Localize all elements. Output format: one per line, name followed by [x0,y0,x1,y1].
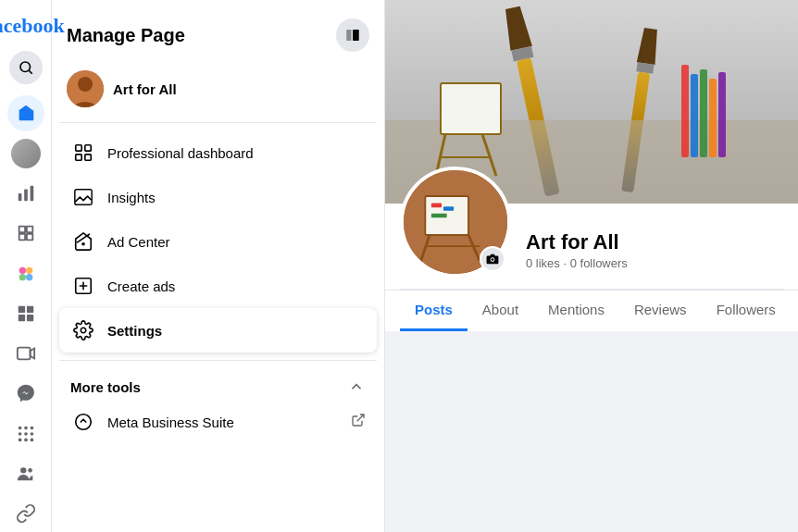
sidebar-toggle-icon [344,27,361,43]
sidebar-divider [59,122,377,123]
svg-point-7 [19,274,25,280]
camera-badge-button[interactable] [480,246,505,272]
create-ads-icon [70,273,96,299]
chart-icon [16,183,36,204]
profile-stats: 0 likes · 0 followers [526,256,783,270]
svg-point-16 [30,426,33,429]
svg-point-18 [24,432,28,436]
svg-rect-13 [17,348,30,360]
nav-home[interactable] [7,95,44,131]
tab-posts[interactable]: Posts [400,291,468,331]
profile-name: Art for All [526,230,783,254]
tab-followers[interactable]: Followers [702,291,791,331]
menu-item-meta-business-suite[interactable]: Meta Business Suite [59,400,377,444]
nav-chart[interactable] [7,175,44,211]
svg-point-28 [78,77,93,92]
svg-rect-30 [85,145,91,151]
search-icon [18,59,34,76]
svg-point-20 [18,438,21,441]
apps-icon [16,424,36,444]
svg-rect-26 [353,30,359,41]
nav-link[interactable] [7,496,44,532]
menu-item-insights[interactable]: Insights [59,175,377,219]
svg-point-14 [18,426,21,429]
sidebar-header: Manage Page [59,11,377,63]
nav-messenger[interactable] [7,376,44,412]
svg-rect-63 [431,214,447,218]
svg-rect-12 [26,315,32,321]
svg-point-36 [81,328,86,333]
home-icon [16,103,36,123]
tab-about[interactable]: About [468,291,533,331]
page-item[interactable]: Art for All [59,63,377,115]
svg-rect-62 [443,206,454,211]
svg-rect-61 [431,203,442,207]
menu-item-professional-dashboard[interactable]: Professional dashboard [59,130,377,175]
main-content: Art for All 0 likes · 0 followers Posts … [385,0,798,532]
svg-rect-51 [718,72,726,157]
svg-point-22 [30,438,33,441]
ad-center-icon [70,229,96,254]
pages-icon [16,223,36,243]
svg-rect-52 [441,83,501,134]
svg-line-38 [357,414,364,421]
svg-rect-50 [709,79,717,157]
sidebar-toggle-button[interactable] [336,19,369,52]
svg-point-8 [26,274,32,280]
sidebar-title: Manage Page [67,25,185,46]
groups-icon [16,464,36,484]
nav-profile[interactable] [7,135,44,171]
settings-label: Settings [107,323,162,339]
logo-text: facebook [0,14,65,38]
profile-info: Art for All 0 likes · 0 followers [526,230,783,278]
menu-item-create-ads[interactable]: Create ads [59,264,377,308]
svg-point-17 [18,432,21,436]
menu-item-settings[interactable]: Settings [59,308,377,353]
video-icon [16,343,36,364]
nav-video[interactable] [7,335,44,371]
nav-marketplace[interactable] [7,255,44,291]
tab-mentions[interactable]: Mentions [533,291,619,331]
tab-reviews[interactable]: Reviews [619,291,702,331]
menu-item-ad-center[interactable]: Ad Center [59,219,377,264]
page-name: Art for All [113,81,177,97]
search-button[interactable] [9,51,43,83]
create-ads-label: Create ads [107,278,175,294]
svg-point-15 [24,426,28,429]
nav-apps[interactable] [7,415,44,452]
icon-bar: facebook [0,0,52,532]
svg-point-65 [492,258,494,261]
messenger-icon [16,383,36,403]
professional-dashboard-label: Professional dashboard [107,145,254,161]
page-avatar [67,70,104,107]
svg-rect-3 [24,189,28,201]
svg-point-23 [20,467,26,473]
profile-avatar-small [11,139,41,168]
marketplace-icon [16,264,36,284]
svg-rect-11 [18,315,24,321]
svg-line-1 [29,70,31,73]
profile-row: Art for All 0 likes · 0 followers [400,204,783,290]
nav-ads[interactable] [7,295,44,331]
more-tools-divider [59,360,377,361]
professional-dashboard-icon [70,140,96,166]
camera-icon [486,253,499,266]
nav-groups[interactable] [7,455,44,491]
svg-rect-31 [76,155,81,160]
page-avatar-image [67,70,104,107]
svg-rect-47 [681,65,689,157]
ad-center-label: Ad Center [107,234,170,250]
svg-rect-10 [26,306,32,313]
profile-avatar-wrap [400,167,511,278]
profile-section: Art for All 0 likes · 0 followers [385,204,798,290]
svg-rect-48 [691,74,698,157]
chevron-up-icon [347,377,366,396]
external-link-icon [351,413,366,431]
svg-rect-29 [76,145,81,151]
svg-point-34 [81,242,85,246]
svg-rect-25 [346,30,351,41]
svg-point-19 [30,432,33,436]
svg-point-5 [19,266,25,273]
nav-pages[interactable] [7,216,44,252]
link-icon [16,503,36,524]
